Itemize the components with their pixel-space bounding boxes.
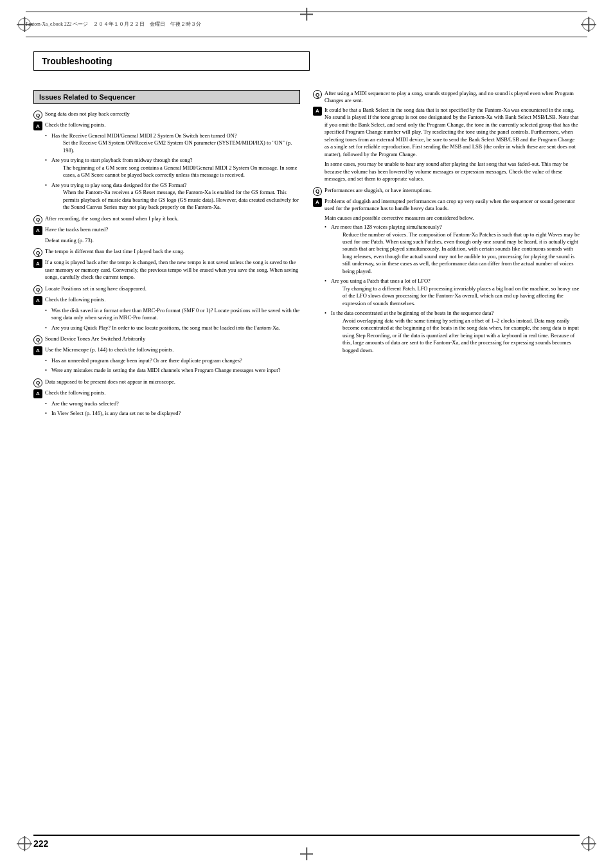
header-file-info: Fantom-Xa_e.book 222 ページ ２０４年１０月２２日 金曜日 … <box>26 21 201 28</box>
bullet-item-1-3: Are you trying to play song data designe… <box>45 182 300 211</box>
bullet-list-6: Are the wrong tracks selected? In View S… <box>45 400 300 418</box>
a-text-5: Use the Microscope (p. 144) to check the… <box>45 346 300 353</box>
bullet-item-1-2: Are you trying to start playback from mi… <box>45 157 300 179</box>
q-marker-4: Q <box>33 285 42 294</box>
qa-block-r2: Q Performances are sluggish, or have int… <box>313 187 580 354</box>
bullet-item-4-2: Are you using Quick Play? In order to us… <box>45 324 300 332</box>
q-text-4: Locate Positions set in song have disapp… <box>45 285 300 292</box>
q-marker-r1: Q <box>313 90 322 99</box>
qa-block-2: Q After recording, the song does not sou… <box>33 215 300 244</box>
bottom-center-mark <box>300 847 313 860</box>
q-marker-5: Q <box>33 335 42 344</box>
bullet-item-4-1: Was the disk saved in a format other tha… <box>45 307 300 322</box>
a-line-r1: A It could be that a Bank Select in the … <box>313 107 580 158</box>
a-marker-4: A <box>33 296 42 305</box>
a-text-r2: Problems of sluggish and interrupted per… <box>324 198 580 213</box>
sub-text-r2: Main causes and possible corrective meas… <box>324 215 580 222</box>
sub-text-r1: In some cases, you may be unable to hear… <box>324 161 580 182</box>
a-text-3: If a song is played back after the tempo… <box>45 259 300 281</box>
bullet-list-1: Has the Receive General MIDI/General MID… <box>45 132 300 211</box>
bullet-item-r2-2: Are you using a Patch that uses a lot of… <box>324 278 580 307</box>
q-marker-3: Q <box>33 248 42 257</box>
q-line-2: Q After recording, the song does not sou… <box>33 215 300 224</box>
qa-block-5: Q Sound Device Tones Are Switched Arbitr… <box>33 335 300 375</box>
page-number: 222 <box>33 838 48 849</box>
bullet-item-5-2: Were any mistakes made in setting the da… <box>45 367 300 374</box>
bullet-item-6-1: Are the wrong tracks selected? <box>45 400 300 407</box>
sub-text-1-3: When the Fantom-Xa receives a GS Reset m… <box>63 189 300 211</box>
a-line-1: A Check the following points. <box>33 121 300 130</box>
q-line-4: Q Locate Positions set in song have disa… <box>33 285 300 294</box>
q-text-r2: Performances are sluggish, or have inter… <box>324 187 580 194</box>
sub-text-r2-2: Try changing to a different Patch. LFO p… <box>342 285 580 307</box>
a-marker-r1: A <box>313 107 322 116</box>
a-line-5: A Use the Microscope (p. 144) to check t… <box>33 346 300 355</box>
sub-text-r2-3: Avoid overlapping data with the same tim… <box>342 317 580 354</box>
bullet-item-r2-1: Are more than 128 voices playing simulta… <box>324 224 580 275</box>
a-text-1: Check the following points. <box>45 121 300 128</box>
q-text-5: Sound Device Tones Are Switched Arbitrar… <box>45 335 300 342</box>
q-line-3: Q The tempo is different than the last t… <box>33 248 300 257</box>
right-column: Q After using a MIDI sequencer to play a… <box>313 90 580 421</box>
qa-block-6: Q Data supposed to be present does not a… <box>33 378 300 418</box>
a-line-r2: A Problems of sluggish and interrupted p… <box>313 198 580 213</box>
a-line-3: A If a song is played back after the tem… <box>33 259 300 281</box>
sub-text-r2-1: Reduce the number of voices. The composi… <box>342 231 580 276</box>
a-marker-r2: A <box>313 198 322 207</box>
page-footer: 222 <box>33 835 580 849</box>
q-line-5: Q Sound Device Tones Are Switched Arbitr… <box>33 335 300 344</box>
q-marker-6: Q <box>33 378 42 387</box>
bullet-list-4: Was the disk saved in a format other tha… <box>45 307 300 332</box>
section-heading-text: Issues Related to Sequencer <box>39 93 136 101</box>
qa-block-4: Q Locate Positions set in song have disa… <box>33 285 300 332</box>
title-box: Troubleshooting <box>33 51 310 71</box>
corner-mark-bl <box>18 837 31 850</box>
bullet-item-1-1: Has the Receive General MIDI/General MID… <box>45 132 300 154</box>
q-line-1: Q Song data does not play back correctly <box>33 111 300 120</box>
q-marker-2: Q <box>33 215 42 224</box>
q-line-r1: Q After using a MIDI sequencer to play a… <box>313 90 580 105</box>
a-text-2: Have the tracks been muted? <box>45 226 300 233</box>
a-marker-1: A <box>33 121 42 130</box>
q-text-3: The tempo is different than the last tim… <box>45 248 300 255</box>
a-line-2: A Have the tracks been muted? <box>33 226 300 235</box>
q-line-6: Q Data supposed to be present does not a… <box>33 378 300 387</box>
bullet-list-5: Has an unneeded program change been inpu… <box>45 357 300 375</box>
sub-text-1-1: Set the Receive GM System ON/Receive GM2… <box>63 139 300 154</box>
section-heading: Issues Related to Sequencer <box>33 90 300 104</box>
qa-block-1: Q Song data does not play back correctly… <box>33 111 300 211</box>
a-marker-6: A <box>33 389 42 398</box>
q-marker-r2: Q <box>313 187 322 196</box>
a-text-6: Check the following points. <box>45 389 300 396</box>
page-header: Fantom-Xa_e.book 222 ページ ２０４年１０月２２日 金曜日 … <box>26 12 587 37</box>
bullet-item-5-1: Has an unneeded program change been inpu… <box>45 357 300 364</box>
a-line-4: A Check the following points. <box>33 296 300 305</box>
a-line-6: A Check the following points. <box>33 389 300 398</box>
a-text-4: Check the following points. <box>45 296 300 303</box>
q-line-r2: Q Performances are sluggish, or have int… <box>313 187 580 196</box>
left-column: Issues Related to Sequencer Q Song data … <box>33 90 300 421</box>
content-columns: Issues Related to Sequencer Q Song data … <box>33 90 580 421</box>
q-marker-1: Q <box>33 111 42 120</box>
a-text-r1: It could be that a Bank Select in the so… <box>324 107 580 158</box>
bullet-item-r2-3: Is the data concentrated at the beginnin… <box>324 310 580 354</box>
bullet-list-r2: Are more than 128 voices playing simulta… <box>324 224 580 354</box>
a-marker-3: A <box>33 259 42 268</box>
a-marker-2: A <box>33 226 42 235</box>
q-text-2: After recording, the song does not sound… <box>45 215 300 222</box>
q-text-r1: After using a MIDI sequencer to play a s… <box>324 90 580 105</box>
a-marker-5: A <box>33 346 42 355</box>
qa-block-3: Q The tempo is different than the last t… <box>33 248 300 281</box>
bullet-item-6-2: In View Select (p. 146), is any data set… <box>45 410 300 417</box>
q-text-6: Data supposed to be present does not app… <box>45 378 300 385</box>
corner-mark-br <box>582 837 595 850</box>
qa-block-r1: Q After using a MIDI sequencer to play a… <box>313 90 580 183</box>
sub-text-2: Defeat muting (p. 73). <box>45 237 300 244</box>
q-text-1: Song data does not play back correctly <box>45 111 300 118</box>
page-title: Troubleshooting <box>42 56 112 66</box>
main-content: Troubleshooting Issues Related to Sequen… <box>33 51 580 817</box>
sub-text-1-2: The beginning of a GM score song contain… <box>63 164 300 179</box>
